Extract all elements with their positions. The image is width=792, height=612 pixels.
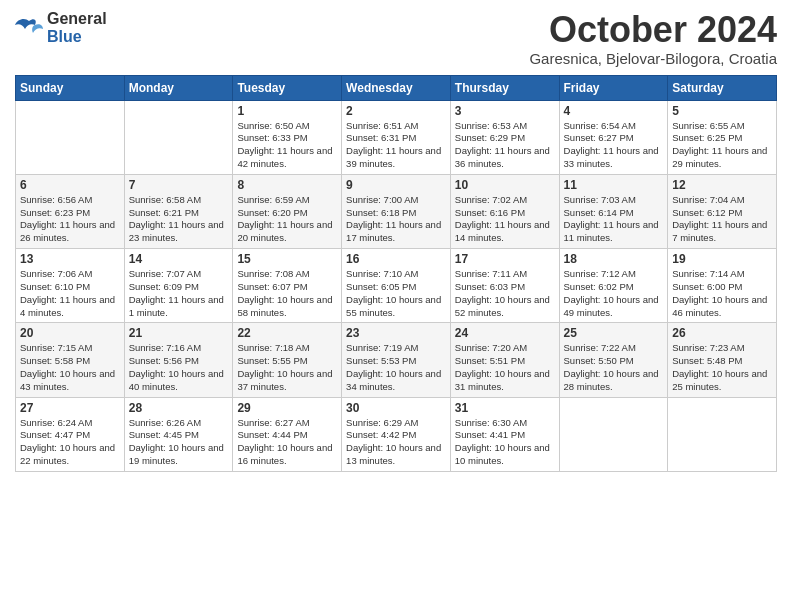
day-number: 19	[672, 252, 772, 266]
daylight-text: Daylight: 10 hours and 49 minutes.	[564, 294, 664, 320]
sunset-text: Sunset: 5:50 PM	[564, 355, 664, 368]
table-row: 4Sunrise: 6:54 AMSunset: 6:27 PMDaylight…	[559, 100, 668, 174]
sunset-text: Sunset: 6:12 PM	[672, 207, 772, 220]
daylight-text: Daylight: 10 hours and 43 minutes.	[20, 368, 120, 394]
calendar-week-2: 6Sunrise: 6:56 AMSunset: 6:23 PMDaylight…	[16, 174, 777, 248]
sunset-text: Sunset: 4:42 PM	[346, 429, 446, 442]
day-number: 31	[455, 401, 555, 415]
sunset-text: Sunset: 6:05 PM	[346, 281, 446, 294]
daylight-text: Daylight: 10 hours and 16 minutes.	[237, 442, 337, 468]
day-info: Sunrise: 7:18 AMSunset: 5:55 PMDaylight:…	[237, 342, 337, 393]
day-info: Sunrise: 7:00 AMSunset: 6:18 PMDaylight:…	[346, 194, 446, 245]
day-number: 24	[455, 326, 555, 340]
daylight-text: Daylight: 11 hours and 20 minutes.	[237, 219, 337, 245]
sunrise-text: Sunrise: 6:26 AM	[129, 417, 229, 430]
sunset-text: Sunset: 6:09 PM	[129, 281, 229, 294]
day-info: Sunrise: 6:50 AMSunset: 6:33 PMDaylight:…	[237, 120, 337, 171]
sunrise-text: Sunrise: 6:56 AM	[20, 194, 120, 207]
logo-blue: Blue	[47, 28, 82, 45]
day-info: Sunrise: 6:58 AMSunset: 6:21 PMDaylight:…	[129, 194, 229, 245]
logo: General Blue	[15, 10, 107, 46]
day-number: 10	[455, 178, 555, 192]
sunset-text: Sunset: 5:58 PM	[20, 355, 120, 368]
day-number: 25	[564, 326, 664, 340]
daylight-text: Daylight: 11 hours and 29 minutes.	[672, 145, 772, 171]
daylight-text: Daylight: 10 hours and 58 minutes.	[237, 294, 337, 320]
day-info: Sunrise: 6:29 AMSunset: 4:42 PMDaylight:…	[346, 417, 446, 468]
col-thursday: Thursday	[450, 75, 559, 100]
daylight-text: Daylight: 10 hours and 19 minutes.	[129, 442, 229, 468]
sunrise-text: Sunrise: 7:10 AM	[346, 268, 446, 281]
table-row: 25Sunrise: 7:22 AMSunset: 5:50 PMDayligh…	[559, 323, 668, 397]
sunrise-text: Sunrise: 6:24 AM	[20, 417, 120, 430]
table-row: 14Sunrise: 7:07 AMSunset: 6:09 PMDayligh…	[124, 249, 233, 323]
table-row: 5Sunrise: 6:55 AMSunset: 6:25 PMDaylight…	[668, 100, 777, 174]
month-title: October 2024	[529, 10, 777, 50]
sunrise-text: Sunrise: 7:18 AM	[237, 342, 337, 355]
page-header: General Blue October 2024 Garesnica, Bje…	[15, 10, 777, 67]
day-number: 13	[20, 252, 120, 266]
sunrise-text: Sunrise: 6:50 AM	[237, 120, 337, 133]
day-number: 5	[672, 104, 772, 118]
sunset-text: Sunset: 5:48 PM	[672, 355, 772, 368]
sunrise-text: Sunrise: 6:29 AM	[346, 417, 446, 430]
sunrise-text: Sunrise: 7:00 AM	[346, 194, 446, 207]
location-title: Garesnica, Bjelovar-Bilogora, Croatia	[529, 50, 777, 67]
logo-text: General Blue	[47, 10, 107, 46]
daylight-text: Daylight: 10 hours and 52 minutes.	[455, 294, 555, 320]
day-number: 2	[346, 104, 446, 118]
calendar-week-3: 13Sunrise: 7:06 AMSunset: 6:10 PMDayligh…	[16, 249, 777, 323]
sunset-text: Sunset: 5:55 PM	[237, 355, 337, 368]
table-row: 16Sunrise: 7:10 AMSunset: 6:05 PMDayligh…	[342, 249, 451, 323]
day-info: Sunrise: 7:15 AMSunset: 5:58 PMDaylight:…	[20, 342, 120, 393]
day-info: Sunrise: 7:03 AMSunset: 6:14 PMDaylight:…	[564, 194, 664, 245]
sunrise-text: Sunrise: 7:16 AM	[129, 342, 229, 355]
table-row: 24Sunrise: 7:20 AMSunset: 5:51 PMDayligh…	[450, 323, 559, 397]
sunset-text: Sunset: 6:29 PM	[455, 132, 555, 145]
calendar-header-row: Sunday Monday Tuesday Wednesday Thursday…	[16, 75, 777, 100]
day-info: Sunrise: 7:14 AMSunset: 6:00 PMDaylight:…	[672, 268, 772, 319]
calendar-week-4: 20Sunrise: 7:15 AMSunset: 5:58 PMDayligh…	[16, 323, 777, 397]
day-info: Sunrise: 7:06 AMSunset: 6:10 PMDaylight:…	[20, 268, 120, 319]
day-number: 27	[20, 401, 120, 415]
daylight-text: Daylight: 11 hours and 36 minutes.	[455, 145, 555, 171]
table-row: 27Sunrise: 6:24 AMSunset: 4:47 PMDayligh…	[16, 397, 125, 471]
day-info: Sunrise: 7:22 AMSunset: 5:50 PMDaylight:…	[564, 342, 664, 393]
col-friday: Friday	[559, 75, 668, 100]
sunrise-text: Sunrise: 7:20 AM	[455, 342, 555, 355]
daylight-text: Daylight: 11 hours and 14 minutes.	[455, 219, 555, 245]
table-row	[559, 397, 668, 471]
sunset-text: Sunset: 6:03 PM	[455, 281, 555, 294]
day-number: 30	[346, 401, 446, 415]
table-row: 29Sunrise: 6:27 AMSunset: 4:44 PMDayligh…	[233, 397, 342, 471]
daylight-text: Daylight: 10 hours and 37 minutes.	[237, 368, 337, 394]
title-block: October 2024 Garesnica, Bjelovar-Bilogor…	[529, 10, 777, 67]
day-info: Sunrise: 6:55 AMSunset: 6:25 PMDaylight:…	[672, 120, 772, 171]
day-info: Sunrise: 7:23 AMSunset: 5:48 PMDaylight:…	[672, 342, 772, 393]
daylight-text: Daylight: 10 hours and 22 minutes.	[20, 442, 120, 468]
sunrise-text: Sunrise: 6:58 AM	[129, 194, 229, 207]
day-number: 7	[129, 178, 229, 192]
table-row	[668, 397, 777, 471]
day-number: 8	[237, 178, 337, 192]
sunset-text: Sunset: 5:53 PM	[346, 355, 446, 368]
table-row: 11Sunrise: 7:03 AMSunset: 6:14 PMDayligh…	[559, 174, 668, 248]
day-number: 29	[237, 401, 337, 415]
daylight-text: Daylight: 11 hours and 39 minutes.	[346, 145, 446, 171]
logo-general: General	[47, 10, 107, 27]
sunset-text: Sunset: 6:31 PM	[346, 132, 446, 145]
day-info: Sunrise: 7:02 AMSunset: 6:16 PMDaylight:…	[455, 194, 555, 245]
table-row	[16, 100, 125, 174]
sunset-text: Sunset: 6:18 PM	[346, 207, 446, 220]
day-info: Sunrise: 6:53 AMSunset: 6:29 PMDaylight:…	[455, 120, 555, 171]
day-info: Sunrise: 6:27 AMSunset: 4:44 PMDaylight:…	[237, 417, 337, 468]
day-number: 12	[672, 178, 772, 192]
table-row: 6Sunrise: 6:56 AMSunset: 6:23 PMDaylight…	[16, 174, 125, 248]
day-info: Sunrise: 6:51 AMSunset: 6:31 PMDaylight:…	[346, 120, 446, 171]
table-row: 1Sunrise: 6:50 AMSunset: 6:33 PMDaylight…	[233, 100, 342, 174]
day-number: 14	[129, 252, 229, 266]
sunset-text: Sunset: 6:07 PM	[237, 281, 337, 294]
day-info: Sunrise: 6:24 AMSunset: 4:47 PMDaylight:…	[20, 417, 120, 468]
sunrise-text: Sunrise: 6:54 AM	[564, 120, 664, 133]
sunrise-text: Sunrise: 7:08 AM	[237, 268, 337, 281]
